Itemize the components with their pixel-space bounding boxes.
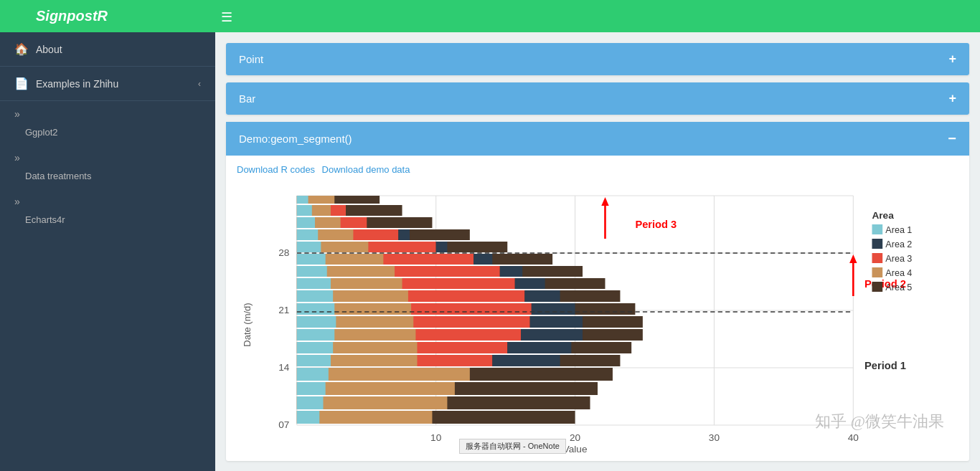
app-brand: SignpostR <box>36 8 108 24</box>
svg-rect-75 <box>383 254 473 265</box>
bar-panel: Bar + <box>226 82 969 115</box>
svg-rect-85 <box>353 229 398 240</box>
statusbar: 服务器自动联网 - OneNote <box>459 439 566 454</box>
svg-text:14: 14 <box>278 362 289 373</box>
svg-text:Date (m/d): Date (m/d) <box>242 303 253 346</box>
svg-rect-67 <box>297 278 331 289</box>
demo-collapse-icon[interactable]: − <box>948 130 956 147</box>
chart-container: 07 14 21 28 10 20 30 40 Date (m/d) Value <box>237 181 958 454</box>
point-label: Point <box>239 53 263 65</box>
svg-rect-55 <box>411 303 532 315</box>
svg-text:Area 3: Area 3 <box>885 254 912 264</box>
navbar: SignpostR <box>0 0 980 32</box>
svg-text:Area 5: Area 5 <box>885 282 912 292</box>
svg-rect-108 <box>872 224 882 234</box>
svg-rect-56 <box>532 303 575 315</box>
sidebar-item-about[interactable]: 🏠 About <box>0 32 215 67</box>
svg-rect-29 <box>297 382 326 395</box>
svg-text:20: 20 <box>570 432 580 443</box>
download-demo-data-link[interactable]: Download demo data <box>322 164 410 175</box>
svg-text:Period 1: Period 1 <box>864 360 906 371</box>
demo-panel-header[interactable]: Demo:geom_segment() − <box>226 122 969 156</box>
svg-rect-94 <box>331 205 346 216</box>
svg-text:21: 21 <box>278 305 289 315</box>
download-r-codes-link[interactable]: Download R codes <box>237 164 315 175</box>
svg-text:40: 40 <box>848 432 859 443</box>
sidebar-subsitem-echarts[interactable]: Echarts4r <box>0 210 215 232</box>
svg-rect-45 <box>415 329 521 341</box>
svg-rect-72 <box>297 266 327 277</box>
svg-rect-60 <box>408 290 524 302</box>
demo-links: Download R codes Download demo data <box>237 163 958 176</box>
svg-rect-87 <box>297 229 318 240</box>
sidebar-subsitem-ggplot2[interactable]: Ggplot2 <box>0 123 215 145</box>
svg-rect-81 <box>436 242 448 252</box>
svg-rect-90 <box>341 217 367 228</box>
svg-rect-51 <box>530 316 583 328</box>
svg-rect-40 <box>418 342 508 353</box>
svg-rect-82 <box>297 242 321 252</box>
svg-rect-91 <box>297 217 315 228</box>
point-panel: Point + <box>226 43 969 75</box>
svg-text:10: 10 <box>430 432 441 443</box>
svg-rect-37 <box>297 355 331 366</box>
svg-text:30: 30 <box>709 432 720 443</box>
sidebar-about-label: About <box>36 44 62 55</box>
main-layout: 🏠 About 📄 Examples in Zhihu ‹ » Ggplot2 … <box>0 32 980 471</box>
bar-panel-header[interactable]: Bar + <box>226 82 969 115</box>
svg-rect-112 <box>872 253 882 263</box>
svg-rect-70 <box>395 266 500 277</box>
svg-text:Period 3: Period 3 <box>635 219 677 230</box>
svg-rect-114 <box>872 267 882 277</box>
svg-rect-47 <box>297 329 334 341</box>
svg-rect-76 <box>473 254 492 265</box>
home-icon: 🏠 <box>14 42 29 56</box>
arrow-echarts-icon: » <box>14 196 20 207</box>
svg-rect-95 <box>297 205 312 216</box>
svg-rect-46 <box>521 329 583 341</box>
svg-rect-42 <box>297 342 333 353</box>
svg-rect-41 <box>507 342 571 353</box>
svg-text:Area: Area <box>872 210 894 221</box>
svg-rect-26 <box>297 396 324 409</box>
svg-text:Value: Value <box>563 444 588 454</box>
arrow-ggplot2-icon: » <box>14 108 20 120</box>
svg-text:Area 1: Area 1 <box>885 225 912 235</box>
point-panel-header[interactable]: Point + <box>226 43 969 75</box>
svg-rect-98 <box>297 196 308 204</box>
bar-expand-icon[interactable]: + <box>948 91 956 106</box>
svg-rect-86 <box>398 229 410 240</box>
svg-text:Area 2: Area 2 <box>885 239 912 249</box>
svg-rect-71 <box>500 266 522 277</box>
sidebar: 🏠 About 📄 Examples in Zhihu ‹ » Ggplot2 … <box>0 32 215 471</box>
bar-label: Bar <box>239 92 255 105</box>
svg-rect-50 <box>413 316 529 328</box>
point-expand-icon[interactable]: + <box>948 52 956 67</box>
svg-rect-77 <box>297 254 326 265</box>
sidebar-section-data[interactable]: » <box>0 145 215 166</box>
demo-panel: Demo:geom_segment() − Download R codes D… <box>226 122 969 461</box>
sidebar-subsitem-data[interactable]: Data treatments <box>0 166 215 189</box>
demo-body: Download R codes Download demo data <box>226 156 969 461</box>
sidebar-section-echarts[interactable]: » <box>0 189 215 210</box>
svg-rect-23 <box>297 411 319 424</box>
svg-rect-32 <box>297 368 329 381</box>
svg-rect-80 <box>368 242 435 252</box>
svg-text:07: 07 <box>278 419 289 430</box>
svg-rect-110 <box>872 239 882 249</box>
svg-rect-52 <box>297 316 336 328</box>
sidebar-item-examples[interactable]: 📄 Examples in Zhihu ‹ <box>0 67 215 101</box>
svg-rect-36 <box>492 355 560 366</box>
svg-text:28: 28 <box>278 247 289 258</box>
svg-text:Area 4: Area 4 <box>885 268 912 278</box>
arrow-data-icon: » <box>14 152 20 163</box>
svg-rect-62 <box>297 290 333 302</box>
content-area: ☰ Point + Bar + Demo:geom_segment() − Do… <box>215 32 980 471</box>
svg-rect-116 <box>872 282 882 292</box>
chart-svg: 07 14 21 28 10 20 30 40 Date (m/d) Value <box>237 181 958 454</box>
doc-icon: 📄 <box>14 77 29 90</box>
demo-label: Demo:geom_segment() <box>239 133 352 145</box>
svg-rect-57 <box>297 303 334 315</box>
svg-rect-65 <box>402 278 515 289</box>
sidebar-section-ggplot2[interactable]: » <box>0 101 215 123</box>
